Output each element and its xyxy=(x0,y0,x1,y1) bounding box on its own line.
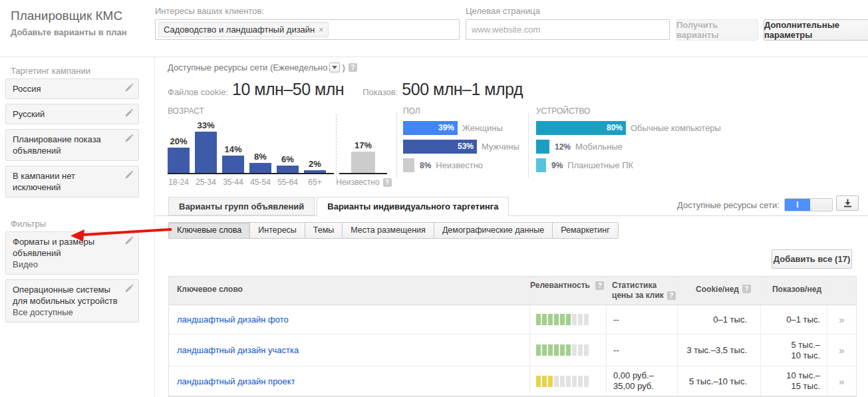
toggle-off-segment[interactable] xyxy=(810,199,832,211)
demo-bar: 80% xyxy=(536,121,626,135)
edit-pencil-icon[interactable] xyxy=(125,284,134,295)
help-icon[interactable]: ? xyxy=(383,178,392,187)
bar-value: 8% xyxy=(420,161,431,170)
help-icon[interactable]: ? xyxy=(742,285,751,293)
demo-bar xyxy=(536,140,549,154)
targeting-item[interactable]: Россия xyxy=(5,78,139,99)
bar-label: Мужчины xyxy=(482,142,519,152)
interest-chip[interactable]: Садоводство и ландшафтный дизайн × xyxy=(158,22,329,37)
tab-individual-targeting-ideas[interactable]: Варианты индивидуального таргетинга xyxy=(317,197,509,216)
relevance-segment xyxy=(584,376,589,387)
subtab[interactable]: Ключевые слова xyxy=(168,222,250,239)
tab-ad-group-ideas[interactable]: Варианты групп объявлений xyxy=(168,197,315,215)
targeting-item[interactable]: Планирование показа объявлений xyxy=(5,129,139,161)
subtab[interactable]: Места размещения xyxy=(342,222,434,239)
keyword-link[interactable]: ландшафтный дизайн участка xyxy=(177,345,299,355)
filter-item[interactable]: Форматы и размеры объявленийВидео xyxy=(5,231,139,275)
age-bar-group: 6% xyxy=(277,154,299,173)
keyword-link[interactable]: ландшафтный дизайн проект xyxy=(177,376,295,386)
main-tabs: Варианты групп объявлений Варианты индив… xyxy=(168,197,511,216)
targeting-item-label: Планирование показа объявлений xyxy=(13,134,101,156)
get-ideas-button[interactable]: Получить варианты xyxy=(676,19,758,41)
gender-chart: 39%Женщины53%Мужчины8%Неизвестно xyxy=(403,121,526,177)
advanced-options-button[interactable]: Дополнительные параметры xyxy=(764,19,868,41)
sidebar: Таргетинг кампании РоссияРусскийПланиров… xyxy=(0,57,155,397)
demo-bar xyxy=(403,158,414,172)
relevance-cell xyxy=(530,305,607,334)
col-actions xyxy=(827,277,856,305)
age-bar-value: 14% xyxy=(224,144,241,154)
help-icon[interactable]: ? xyxy=(595,281,604,290)
relevance-segment xyxy=(572,314,577,325)
subtab[interactable]: Темы xyxy=(305,222,343,239)
bar-label: Неизвестно xyxy=(436,160,483,170)
impressions-cell: 10 тыс.– 15 тыс. xyxy=(761,366,827,396)
edit-pencil-icon[interactable] xyxy=(125,170,134,182)
table-row: ландшафтный дизайн участка--3 тыс.–3,5 т… xyxy=(169,334,856,366)
keyword-link[interactable]: ландшафтный дизайн фото xyxy=(177,315,289,325)
inventory-header: Доступные ресурсы сети ( Еженедельно ) ? xyxy=(168,63,357,72)
col-relevance[interactable]: Релевантность ? xyxy=(530,277,607,305)
relevance-segment xyxy=(560,376,565,387)
expand-row-chevron[interactable]: » xyxy=(827,344,856,356)
expand-row-chevron[interactable]: » xyxy=(827,376,856,387)
targeting-item[interactable]: Русский xyxy=(5,104,139,124)
col-cpc-stats[interactable]: Статистика цены за клик? xyxy=(607,277,678,305)
toggle-on-segment[interactable]: I xyxy=(785,199,810,211)
keyword-cell: ландшафтный дизайн участка xyxy=(169,334,530,366)
age-axis-labels: 18-2425-3435-4445-5455-6465+ xyxy=(168,178,326,187)
impressions-stat-label: Показов: xyxy=(362,87,398,97)
table-row: ландшафтный дизайн фото--0–1 тыс.0–1 тыс… xyxy=(169,305,856,334)
download-button[interactable] xyxy=(836,196,859,211)
relevance-segment xyxy=(584,344,589,356)
relevance-segment xyxy=(554,344,559,356)
add-all-button[interactable]: Добавить все (17) xyxy=(772,249,852,269)
impressions-value: 0–1 тыс. xyxy=(786,315,820,325)
age-chart-title: ВОЗРАСТ xyxy=(168,106,204,116)
bar-value: 39% xyxy=(438,121,454,135)
interests-input[interactable]: Садоводство и ландшафтный дизайн × xyxy=(155,19,460,40)
bar-label: Планшетные ПК xyxy=(567,160,633,170)
edit-pencil-icon[interactable] xyxy=(125,83,134,94)
targeting-item[interactable]: В кампании нет исключений xyxy=(5,166,139,198)
period-dropdown-icon[interactable] xyxy=(329,63,340,72)
relevance-cell xyxy=(530,366,607,396)
impressions-value: 10 тыс.– 15 тыс. xyxy=(786,370,820,392)
gender-chart-row: 53%Мужчины xyxy=(403,140,526,154)
landing-page-input[interactable] xyxy=(466,19,670,40)
age-axis-label: 18-24 xyxy=(168,178,190,187)
help-icon[interactable]: ? xyxy=(667,291,676,300)
network-toggle[interactable]: I xyxy=(784,198,833,211)
relevance-segment xyxy=(536,376,541,387)
bar-value: 80% xyxy=(607,121,623,135)
col-cookies[interactable]: Cookie/нед? xyxy=(678,277,761,305)
subtab[interactable]: Интересы xyxy=(249,222,305,239)
section-divider xyxy=(528,113,529,178)
targeting-item-label: Россия xyxy=(13,84,41,94)
col-impressions[interactable]: Показов/нед xyxy=(761,277,827,305)
edit-pencil-icon[interactable] xyxy=(125,134,134,145)
subtab[interactable]: Демографические данные xyxy=(434,222,553,239)
bar-label: Женщины xyxy=(462,123,503,133)
age-bar-group: 8% xyxy=(249,152,271,173)
edit-pencil-icon[interactable] xyxy=(125,108,134,120)
filter-item[interactable]: Операционные системы для мобильных устро… xyxy=(5,279,139,323)
bar-label: Обычные компьютеры xyxy=(631,123,721,133)
subtab[interactable]: Ремаркетинг xyxy=(552,222,619,239)
page-subtitle: Добавьте варианты в план xyxy=(11,27,127,37)
relevance-bar xyxy=(536,376,589,387)
relevance-segment xyxy=(548,376,553,387)
expand-row-chevron[interactable]: » xyxy=(827,314,856,325)
chip-remove-icon[interactable]: × xyxy=(319,25,323,35)
age-bar xyxy=(277,166,299,173)
col-keyword[interactable]: Ключевое слово xyxy=(169,277,530,305)
impressions-stat-value: 500 млн–1 млрд xyxy=(402,80,523,99)
cpc-cell: -- xyxy=(607,305,678,334)
relevance-bar xyxy=(536,314,589,325)
bar-label: Мобильные xyxy=(575,142,623,152)
table-row: ландшафтный дизайн проект0,00 руб.– 35,0… xyxy=(169,366,856,396)
help-icon[interactable]: ? xyxy=(349,63,357,72)
relevance-segment xyxy=(560,314,565,325)
edit-pencil-icon[interactable] xyxy=(125,236,134,247)
relevance-segment xyxy=(578,376,583,387)
